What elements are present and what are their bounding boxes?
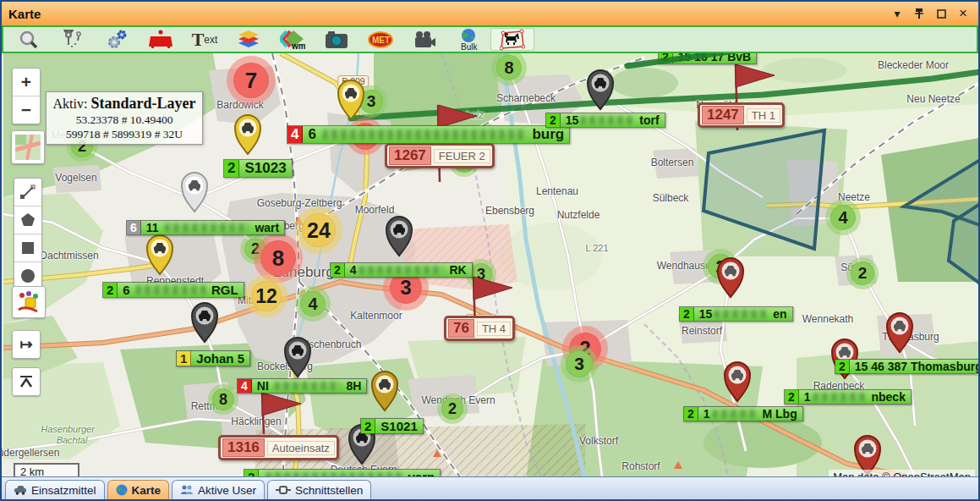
dog-tracking-button[interactable]	[490, 28, 534, 51]
alarm-box[interactable]: 1247TH 1	[698, 102, 785, 128]
wms-label: wms	[291, 41, 305, 51]
layers-button[interactable]	[227, 28, 271, 51]
cluster-marker[interactable]: 4	[300, 291, 326, 317]
text-tool-icon: T	[192, 29, 205, 51]
draw-line-button[interactable]	[14, 179, 41, 206]
alarm-number: 1316	[222, 438, 265, 457]
vehicle-pin-dark[interactable]	[282, 334, 314, 378]
vehicle-pin-red[interactable]	[721, 359, 753, 403]
draw-rectangle-button[interactable]	[14, 234, 41, 262]
cluster-marker[interactable]: 8	[260, 240, 296, 276]
cluster-marker[interactable]: 3	[566, 350, 593, 377]
maximize-icon[interactable]	[933, 6, 950, 21]
bulk-button[interactable]: Bulk	[446, 28, 490, 51]
cluster-count: 4	[838, 208, 847, 228]
vehicle-pin-light[interactable]	[178, 169, 211, 213]
menu-caret-icon[interactable]: ▾	[889, 6, 906, 21]
alarm-box[interactable]: 1267FEUER 2	[385, 143, 495, 168]
unit-name: 6 RGL	[118, 283, 243, 297]
vehicle-pin-dark[interactable]	[584, 67, 616, 111]
bottom-tab-bar: Einsatzmittel Karte Aktive User Schnitts…	[2, 476, 978, 499]
vehicle-icon	[14, 485, 27, 495]
unit-status-badge: 2	[684, 407, 698, 421]
cluster-marker[interactable]: 8	[496, 55, 522, 80]
measure-distance-button[interactable]: ↦	[13, 331, 40, 358]
cluster-marker[interactable]: 7	[233, 63, 269, 98]
measure-angle-button[interactable]	[13, 368, 40, 395]
zoom-in-button[interactable]: +	[13, 69, 40, 96]
flag-marker[interactable]	[260, 391, 304, 435]
unit-label[interactable]: 611 wart	[126, 220, 285, 235]
pin-icon[interactable]	[911, 6, 928, 21]
unit-label[interactable]: 4NI 8H	[237, 378, 367, 394]
cluster-count: 12	[255, 285, 277, 308]
unit-label[interactable]: 1Johan 5	[176, 350, 250, 366]
cluster-marker[interactable]: 2	[851, 262, 874, 285]
bulk-label: Bulk	[461, 42, 478, 51]
unit-label[interactable]: 215 46 387 Thomasburg	[835, 359, 980, 374]
camera-button[interactable]	[315, 28, 359, 51]
alarm-number: 76	[448, 319, 474, 338]
cluster-count: 3	[367, 92, 376, 111]
active-layer-info: Aktiv: Standard-Layer 53.23378 # 10.4940…	[46, 91, 203, 145]
waypoints-button[interactable]	[51, 28, 95, 51]
map-place-label: Dachtmissen	[40, 250, 98, 262]
search-icon	[19, 30, 39, 50]
active-layer-name: Standard-Layer	[90, 95, 195, 112]
alarm-box[interactable]: 1316Autoeinsatz	[218, 435, 339, 460]
unit-name: 15 torf	[561, 113, 665, 127]
video-button[interactable]	[402, 28, 446, 51]
vehicle-pin-dark[interactable]	[383, 213, 415, 257]
zoom-out-button[interactable]: −	[13, 96, 40, 124]
cluster-count: 3	[574, 354, 584, 374]
cluster-marker[interactable]: 8	[212, 388, 234, 410]
text-tool-button[interactable]: Text	[183, 28, 227, 51]
tab-schnittstellen[interactable]: Schnittstellen	[267, 480, 371, 499]
vehicle-pin-yellow[interactable]	[335, 77, 367, 121]
map-place-label: Reinstorf	[682, 325, 722, 337]
unit-label[interactable]: 21 nbeck	[784, 389, 912, 405]
wms-button[interactable]: wms	[271, 28, 315, 51]
vehicle-pin-gold[interactable]	[369, 368, 401, 412]
cluster-marker[interactable]: 2	[441, 398, 463, 420]
unit-label[interactable]: 2S1021	[360, 418, 424, 434]
met-button[interactable]: MET	[359, 28, 402, 51]
redacted-text	[275, 382, 341, 391]
unit-label[interactable]: 215 en	[679, 306, 793, 322]
draw-polygon-button[interactable]	[14, 206, 41, 234]
search-button[interactable]	[7, 28, 51, 51]
vehicle-pin-yellow[interactable]	[232, 112, 264, 156]
close-icon[interactable]: ×	[955, 6, 972, 21]
map-place-label: Boltersen	[651, 157, 694, 168]
minimap-button[interactable]	[12, 131, 44, 163]
vehicle-pin-red[interactable]	[884, 310, 916, 354]
vehicle-pin-red[interactable]	[714, 255, 747, 299]
app-window: BardowickScharnebeckBleckeder MoorNeu Ne…	[0, 0, 980, 501]
redacted-text	[323, 129, 526, 140]
alarm-keyword: FEUER 2	[434, 149, 490, 163]
title-bar: Karte ▾ ×	[2, 2, 978, 25]
paint-style-button[interactable]	[13, 287, 45, 317]
cluster-count: 8	[272, 245, 284, 272]
cluster-marker[interactable]: 4	[830, 205, 856, 230]
unit-label[interactable]: 24 RK	[330, 262, 473, 278]
cluster-marker[interactable]: 12	[251, 281, 282, 311]
unit-status-badge: 2	[785, 390, 799, 404]
unit-name: Johan 5	[191, 351, 249, 366]
map-place-label: Südergellersen	[0, 447, 59, 459]
cluster-marker[interactable]: 24	[302, 213, 336, 247]
unit-label[interactable]: 2S1023	[223, 159, 293, 178]
tab-karte[interactable]: Karte	[107, 480, 170, 499]
users-icon	[180, 485, 194, 495]
unit-label[interactable]: 26 RGL	[102, 282, 244, 298]
vehicle-pin-yellow[interactable]	[144, 232, 176, 276]
unit-label[interactable]: 21 M Lbg	[683, 406, 803, 421]
vehicle-pin-dark[interactable]	[189, 300, 221, 344]
tab-aktive-user[interactable]: Aktive User	[172, 480, 265, 499]
alarm-box[interactable]: 76TH 4	[444, 316, 515, 341]
area-marker-button[interactable]	[139, 28, 183, 51]
settings-button[interactable]	[95, 28, 139, 51]
unit-label[interactable]: 46 burg	[287, 125, 570, 144]
tab-einsatzmittel[interactable]: Einsatzmittel	[5, 480, 105, 499]
unit-label[interactable]: 215 torf	[545, 113, 665, 128]
